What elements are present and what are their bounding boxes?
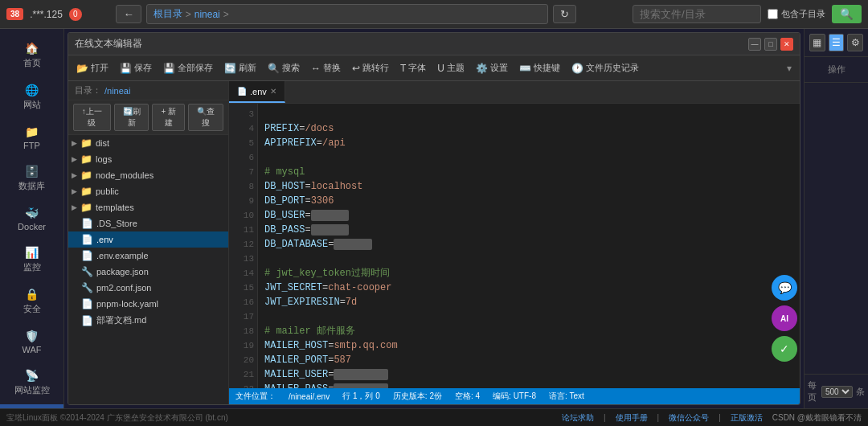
chevron-right-icon: ▶ bbox=[72, 155, 77, 163]
tree-item-ds-store[interactable]: 📄 .DS_Store bbox=[68, 215, 228, 231]
chevron-right-icon: ▶ bbox=[72, 171, 77, 179]
toolbar-history-button[interactable]: 🕐 文件历史记录 bbox=[567, 59, 644, 76]
per-page-selector: 每页 500 100 200 条 bbox=[808, 379, 865, 403]
toolbar-settings-button[interactable]: ⚙️ 设置 bbox=[471, 59, 513, 76]
manual-link[interactable]: 使用手册 bbox=[616, 412, 648, 424]
waf-icon: 🛡️ bbox=[25, 330, 39, 342]
chevron-right-icon: ▶ bbox=[72, 187, 77, 195]
toolbar-search-button[interactable]: 🔍 搜索 bbox=[263, 59, 305, 76]
tree-item-pm2-config[interactable]: 🔧 pm2.conf.json bbox=[68, 280, 228, 296]
right-panel: ▦ ☰ ⚙ 操作 每页 500 100 200 条 bbox=[804, 29, 868, 408]
monitor-icon: 📊 bbox=[25, 246, 39, 259]
settings-icon[interactable]: ⚙ bbox=[847, 34, 863, 51]
tab-env[interactable]: 📄 .env ✕ bbox=[229, 81, 285, 103]
path-root[interactable]: 根目录 bbox=[154, 7, 182, 21]
tree-item-package-json-label: package.json bbox=[96, 267, 225, 276]
nav-item-security[interactable]: 🔒 安全 bbox=[0, 281, 63, 322]
row-col: 行 1，列 0 bbox=[342, 391, 380, 402]
tree-refresh-button[interactable]: 🔄刷新 bbox=[114, 104, 149, 131]
editor-titlebar: 在线文本编辑器 — □ ✕ bbox=[68, 33, 800, 55]
nav-item-monitor[interactable]: 📊 监控 bbox=[0, 240, 63, 280]
nav-item-ftp[interactable]: 📁 FTP bbox=[0, 119, 63, 157]
rate-button[interactable]: ✓ bbox=[772, 336, 797, 362]
tree-item-deploy-doc[interactable]: 📄 部署文档.md bbox=[68, 312, 228, 329]
code-content[interactable]: PREFIX=/docs APIPREFIX=/api # mysql DB_H… bbox=[258, 104, 800, 388]
tree-item-public[interactable]: ▶ 📁 public bbox=[68, 183, 228, 199]
wechat-link[interactable]: 微信公众号 bbox=[669, 412, 709, 424]
nav-item-home[interactable]: 🏠 首页 bbox=[0, 35, 63, 76]
path-sub[interactable]: nineai bbox=[194, 9, 220, 20]
tree-item-env-example-label: .env.example bbox=[96, 251, 225, 260]
history-versions: 历史版本: 2份 bbox=[393, 391, 442, 402]
tree-item-templates[interactable]: ▶ 📁 templates bbox=[68, 199, 228, 215]
maximize-button[interactable]: □ bbox=[764, 38, 777, 51]
theme-icon: U bbox=[437, 63, 444, 74]
tree-item-env[interactable]: 📄 .env bbox=[68, 231, 228, 248]
nav-item-database[interactable]: 🗄️ 数据库 bbox=[0, 158, 63, 199]
security-icon: 🔒 bbox=[25, 288, 39, 301]
chevron-right-icon: ▶ bbox=[72, 203, 77, 211]
toolbar-more-icon[interactable]: ▾ bbox=[782, 60, 796, 76]
toolbar-replace-button[interactable]: ↔️ 替换 bbox=[306, 59, 346, 76]
list-view-icon[interactable]: ☰ bbox=[829, 34, 845, 51]
toolbar-font-button[interactable]: T 字体 bbox=[395, 59, 431, 76]
tree-search-button[interactable]: 🔍查搜 bbox=[188, 104, 223, 131]
toolbar-save-all-button[interactable]: 💾 全部保存 bbox=[158, 59, 218, 76]
toolbar-shortcuts-button[interactable]: ⌨️ 快捷键 bbox=[514, 59, 565, 76]
separator3: | bbox=[719, 413, 721, 422]
include-sub-checkbox[interactable] bbox=[768, 9, 778, 19]
tree-item-dist-label: dist bbox=[96, 138, 225, 148]
per-page-select[interactable]: 500 100 200 bbox=[821, 386, 853, 398]
per-page-unit: 条 bbox=[856, 386, 865, 398]
toolbar-save-button[interactable]: 💾 保存 bbox=[115, 59, 157, 76]
tree-item-logs[interactable]: ▶ 📁 logs bbox=[68, 151, 228, 167]
editor-title: 在线文本编辑器 bbox=[75, 37, 742, 51]
help-link[interactable]: 论坛求助 bbox=[562, 412, 594, 424]
dir-label: 目录： bbox=[75, 84, 101, 96]
file-tree: 目录： /nineai ↑上一级 🔄刷新 + 新建 🔍查搜 ▶ 📁 dist bbox=[68, 81, 229, 404]
separator2: | bbox=[657, 413, 660, 422]
save-all-icon: 💾 bbox=[163, 63, 175, 74]
nav-item-website-label: 网站 bbox=[23, 99, 41, 111]
grid-view-icon[interactable]: ▦ bbox=[809, 34, 825, 51]
code-editor[interactable]: 3456789101112131415161718192021222324252… bbox=[229, 104, 800, 388]
chat-button[interactable]: 💬 bbox=[772, 275, 797, 301]
tree-up-button[interactable]: ↑上一级 bbox=[73, 104, 111, 131]
tree-item-dist[interactable]: ▶ 📁 dist bbox=[68, 135, 228, 151]
file-search-input[interactable] bbox=[633, 5, 761, 23]
toolbar-open-button[interactable]: 📂 打开 bbox=[72, 59, 113, 76]
search-button[interactable]: 🔍 bbox=[832, 5, 862, 23]
nav-item-docker[interactable]: 🐳 Docker bbox=[0, 200, 63, 238]
tree-item-deploy-doc-label: 部署文档.md bbox=[96, 314, 225, 326]
toolbar-goto-button[interactable]: ↩ 跳转行 bbox=[347, 59, 394, 76]
nav-item-docker-label: Docker bbox=[18, 222, 46, 231]
file-icon: 📄 bbox=[81, 234, 93, 245]
folder-icon: 📁 bbox=[80, 170, 92, 181]
nav-item-waf[interactable]: 🛡️ WAF bbox=[0, 323, 63, 361]
tree-new-button[interactable]: + 新建 bbox=[152, 104, 185, 131]
right-panel-view-icons: ▦ ☰ ⚙ bbox=[805, 29, 868, 57]
tree-item-pnpm-lock[interactable]: 📄 pnpm-lock.yaml bbox=[68, 296, 228, 312]
tree-item-package-json[interactable]: 🔧 package.json bbox=[68, 264, 228, 280]
separator1: | bbox=[604, 413, 606, 422]
tree-item-node-modules[interactable]: ▶ 📁 node_modules bbox=[68, 167, 228, 183]
tree-item-templates-label: templates bbox=[96, 203, 225, 212]
tree-item-env-example[interactable]: 📄 .env.example bbox=[68, 248, 228, 264]
nav-item-netmon[interactable]: 📡 网站监控 bbox=[0, 363, 63, 403]
official-link[interactable]: 正版激活 bbox=[731, 412, 763, 424]
logo: 38 bbox=[6, 8, 23, 20]
minimize-button[interactable]: — bbox=[748, 38, 761, 51]
ai-button[interactable]: AI bbox=[772, 305, 797, 331]
path-refresh-button[interactable]: ↻ bbox=[553, 5, 576, 23]
close-button[interactable]: ✕ bbox=[780, 38, 793, 51]
nav-back-button[interactable]: ← bbox=[116, 5, 141, 23]
toolbar-refresh-button[interactable]: 🔄 刷新 bbox=[219, 59, 261, 76]
language-mode: 语言: Text bbox=[549, 391, 584, 402]
settings-icon: ⚙️ bbox=[476, 63, 488, 74]
per-page-label: 每页 bbox=[808, 379, 818, 403]
shortcuts-icon: ⌨️ bbox=[519, 63, 531, 74]
toolbar-theme-button[interactable]: U 主题 bbox=[432, 59, 469, 76]
tab-close-icon[interactable]: ✕ bbox=[270, 87, 276, 96]
nav-item-website[interactable]: 🌐 网站 bbox=[0, 77, 63, 117]
dir-path: /nineai bbox=[104, 86, 130, 96]
